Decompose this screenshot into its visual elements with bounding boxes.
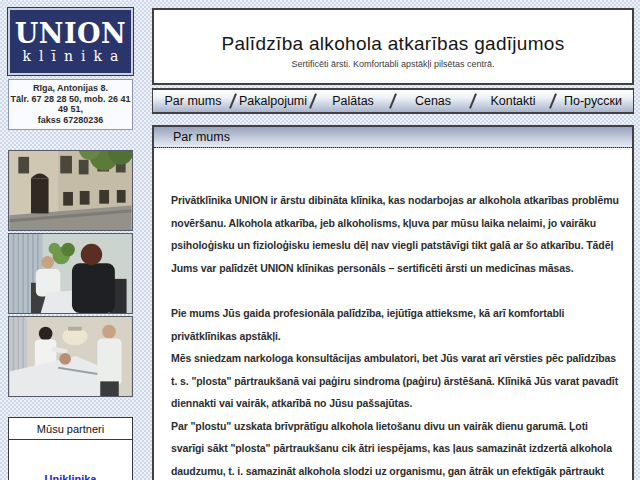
clinic-building-photo [8,150,133,231]
doctor-consultation-photo [8,233,133,314]
content-body: Privātklīnika UNION ir ārstu dibināta kl… [154,148,632,480]
nav-item-po-russki[interactable]: По-русски [553,90,633,112]
page-subtitle: Sertificēti ārsti. Komfortabli apstākļi … [154,59,632,69]
nav-item-palatas[interactable]: Palātas [313,90,393,112]
main-nav: Par mums Pakalpojumi Palātas Cenas Konta… [152,88,634,114]
nav-item-par-mums[interactable]: Par mums [153,90,233,112]
page-title: Palīdzība alkohola atkarības gadījumos [154,33,632,55]
partners-box: Mūsu partneri Uniklinika [8,417,133,480]
content-box: Par mums Privātklīnika UNION ir ārstu di… [152,125,634,480]
section-header: Par mums [154,127,632,148]
patient-ward-photo [8,316,133,397]
address-line-fax: fakss 67280236 [10,115,131,126]
nav-item-cenas[interactable]: Cenas [393,90,473,112]
address-box: Rīga, Antonijas 8. Tālr. 67 28 28 50, mo… [8,79,133,130]
paragraph: Privātklīnika UNION ir ārstu dibināta kl… [171,189,620,279]
partners-title: Mūsu partneri [9,418,132,440]
header-box: Palīdzība alkohola atkarības gadījumos S… [152,8,634,85]
paragraph: Mēs sniedzam narkologa konsultācijas amb… [171,347,620,415]
address-line-street: Rīga, Antonijas 8. [10,83,131,94]
sidebar: UNION klīnika Rīga, Antonijas 8. Tālr. 6… [8,8,133,480]
page-background: { "colors": { "accent_navy": "#2a356b", … [0,0,640,480]
address-line-phone: Tālr. 67 28 28 50, mob. 26 41 49 51, [10,94,131,115]
paragraph: Par "plostu" uzskata brīvprātīgu alkohol… [171,415,620,480]
main-column: Palīdzība alkohola atkarības gadījumos S… [152,8,634,480]
paragraph: Pie mums Jūs gaida profesionāla palīdzīb… [171,302,620,347]
logo-subtitle: klīnika [15,48,127,64]
nav-item-kontakti[interactable]: Kontakti [473,90,553,112]
nav-item-pakalpojumi[interactable]: Pakalpojumi [233,90,313,112]
clinic-logo[interactable]: UNION klīnika [8,8,133,75]
section-title: Par mums [173,130,230,144]
partner-link-uniklinika[interactable]: Uniklinika [9,473,132,480]
logo-title: UNION [15,20,127,48]
